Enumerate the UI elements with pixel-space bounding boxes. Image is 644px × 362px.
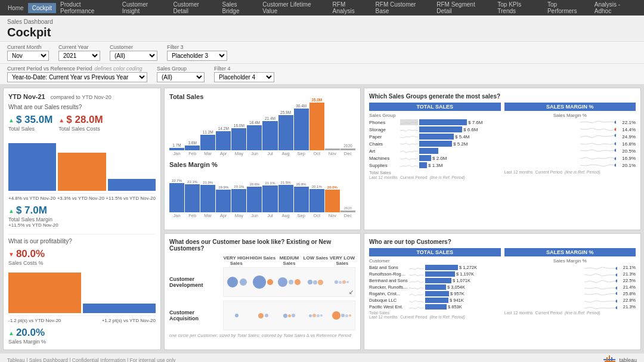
dubuque-row: Dubuque LLC $ 941K (369, 298, 501, 303)
nav-home[interactable]: Home (4, 3, 28, 13)
period-group: Current Period vs Reference Period defin… (7, 66, 147, 82)
phones-margin: 22.1% (504, 119, 636, 125)
total-costs-value: $ 28.0M (66, 114, 103, 126)
header-area: Sales Dashboard Cockpit (0, 16, 644, 42)
top-customers-panel: Who are our top Customers? TOTAL SALES C… (364, 233, 641, 350)
customer-base-title: What does our Customer base look like? E… (169, 239, 355, 252)
svg-point-2 (615, 134, 617, 137)
svg-point-3 (615, 143, 617, 146)
chairs-row: Chairs $ 5.2M (369, 141, 501, 147)
delta-row-1: +4.8% vs YTD Nov-20 +3.3% vs YTD Nov-20 … (8, 196, 156, 201)
phones-row: Phones $ 7.6M (369, 119, 501, 125)
nav-top-performers[interactable]: Top Performers (543, 0, 590, 16)
customer-select[interactable]: (All) (110, 51, 157, 61)
profitability-chart (8, 268, 156, 316)
costs-pct-kpi: ▼ 80.0% Sales Costs % (8, 248, 45, 266)
svg-point-12 (616, 300, 618, 303)
nav-top-kpis[interactable]: Top KPIs Trends (493, 0, 543, 16)
storage-row: Storage $ 6.6M (369, 126, 501, 132)
svg-rect-15 (603, 359, 615, 360)
filter4-select[interactable]: Placeholder 4 (214, 72, 274, 82)
ytd-title: YTD Nov-21 (8, 93, 47, 100)
bernhard-row: Bernhard and Sons $ 1,071K (369, 278, 501, 283)
customer-group: Customer (All) (110, 44, 157, 61)
which-sales-title: Which Sales Groups generate the most sal… (369, 93, 636, 100)
nav-customer-lifetime-value[interactable]: Customer Lifetime Value (258, 0, 328, 16)
margin-kpi: ▲ $ 7.0M Total Sales Margin (8, 205, 156, 222)
nav-customer-detail[interactable]: Customer Detail (169, 0, 218, 16)
filter4-label: Filter 4 (214, 66, 274, 72)
svg-point-1 (615, 128, 617, 131)
sales-group-select[interactable]: (All) (157, 72, 205, 82)
current-month-label: Current Month (7, 44, 49, 50)
nav-rfm-customer-base[interactable]: RFM Customer Base (371, 0, 433, 16)
customer-dev-label: CustomerDevelopment (169, 276, 223, 288)
current-month-group: Current Month Nov (7, 44, 49, 61)
total-sales-panel: Total Sales 1.7M 3.6M 11.2M 14.2M (164, 88, 361, 230)
sales-margin-title: Sales Margin % (169, 161, 355, 168)
svg-point-9 (616, 280, 618, 283)
footer-text: Tableau | Sales Dashboard | Confidential… (7, 357, 176, 362)
period-label: Current Period vs Reference Period (7, 66, 92, 72)
costs-pct-label: Sales Costs % (8, 260, 45, 266)
svg-point-8 (616, 274, 618, 277)
total-sales-label: Total Sales (8, 126, 52, 132)
current-year-group: Current Year 2021 (58, 44, 100, 61)
customer-acq-label: CustomerAcquisition (169, 310, 223, 321)
nav-sales-bridge[interactable]: Sales Bridge (218, 0, 259, 16)
total-costs-kpi: ▲ $ 28.0M Total Sales Costs (58, 114, 103, 132)
tableau-text: tableau (619, 357, 637, 362)
storage-margin: 14.4% (504, 126, 636, 132)
nav-rfm-analysis[interactable]: RFM Analysis (329, 0, 371, 16)
ytd-compare: compared to YTD Nov-20 (51, 94, 112, 100)
ruecker-row: Ruecker, Runolfsd... $ 3,054K (369, 284, 501, 290)
sales-group-label: Sales Group (157, 66, 205, 72)
total-sales-header: TOTAL SALES (369, 103, 501, 111)
margin-value: $ 7.0M (16, 205, 47, 216)
top-customers-title: Who are our top Customers? (369, 239, 636, 245)
period-select[interactable]: Year-to-Date: Current Year vs Previous Y… (7, 72, 147, 82)
svg-point-11 (616, 292, 618, 295)
nav-cockpit[interactable]: Cockpit (28, 3, 56, 13)
svg-point-7 (616, 267, 618, 270)
profitability-section: What is our profitability? ▼ 80.0% Sales… (8, 234, 156, 345)
current-year-select[interactable]: 2021 (58, 51, 100, 61)
breadcrumb: Sales Dashboard (7, 18, 637, 25)
sales-margin-chart: 22.7% 22.1% 21.9% 19.9% 20.1% (169, 171, 355, 218)
svg-point-6 (615, 164, 617, 167)
paper-margin: 24.9% (504, 134, 636, 140)
delta-costs-pct: -1.2 pt(s) vs YTD Nov-20 (8, 318, 61, 323)
tableau-logo: tableau (603, 355, 637, 362)
customers-total-sales-header: TOTAL SALES (369, 248, 501, 256)
svg-point-13 (616, 307, 618, 310)
which-sales-panel: Which Sales Groups generate the most sal… (364, 88, 641, 230)
machines-margin: 16.9% (504, 155, 636, 161)
total-costs-label: Total Sales Costs (58, 126, 103, 132)
waterfall-chart (8, 134, 156, 194)
costs-pct-value: 80.0% (16, 248, 45, 260)
dashboard-grid: YTD Nov-21 compared to YTD Nov-20 What a… (0, 85, 644, 353)
top-navigation: Home Cockpit Product Performance Custome… (0, 0, 644, 16)
total-sales-value: $ 35.0M (16, 114, 52, 126)
filter3-select[interactable]: Placeholder 3 (167, 51, 227, 61)
sales-question: What are our Sales results? (8, 104, 156, 110)
footer: Tableau | Sales Dashboard | Confidential… (0, 353, 644, 362)
total-sales-chart: 1.7M 3.6M 11.2M 14.2M 16.0M (169, 103, 355, 156)
filter-row-2: Current Period vs Reference Period defin… (0, 64, 644, 85)
filter3-label: Filter 3 (167, 44, 227, 50)
period-note: defines color coding (95, 66, 143, 72)
nav-customer-insight[interactable]: Customer Insight (118, 0, 169, 16)
nav-analysis-adhoc[interactable]: Analysis - Adhoc (590, 0, 640, 16)
profitability-question: What is our profitability? (8, 238, 156, 245)
bubble-note: one circle per Customer; sized by Total … (169, 333, 355, 338)
customer-base-panel: What does our Customer base look like? E… (164, 233, 361, 350)
supplies-row: Supplies $ 1.3M (369, 162, 501, 168)
margin-pct-value: 20.0% (16, 327, 45, 339)
total-sales-kpi: ▲ $ 35.0M Total Sales (8, 114, 52, 132)
runolfsson-row: Runolfsson-Rogahn $ 1,197K (369, 271, 501, 277)
nav-rfm-segment-detail[interactable]: RFM Segment Detail (432, 0, 493, 16)
paper-row: Paper $ 5.4M (369, 134, 501, 140)
current-month-select[interactable]: Nov (7, 51, 49, 61)
margin-label: Total Sales Margin (8, 216, 156, 222)
nav-product-performance[interactable]: Product Performance (56, 0, 118, 16)
